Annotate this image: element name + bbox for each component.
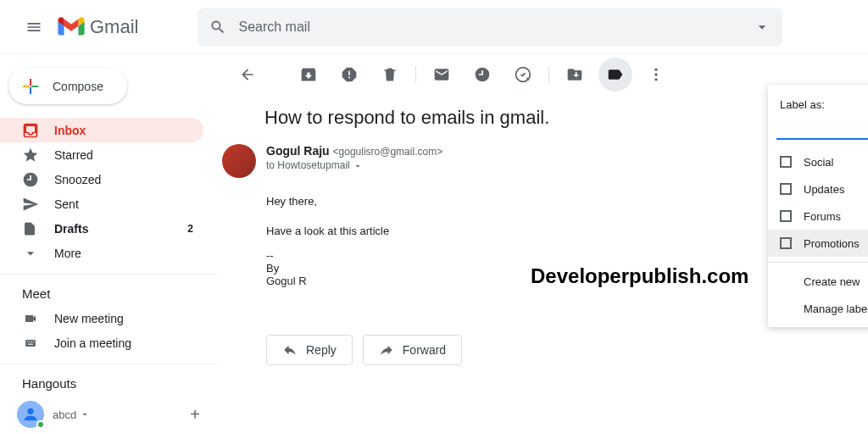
new-meeting-button[interactable]: New meeting: [0, 306, 203, 330]
video-icon: [22, 312, 39, 325]
reply-actions: Reply Forward: [266, 335, 834, 365]
svg-rect-2: [29, 341, 30, 341]
clock-icon: [474, 66, 491, 83]
search-icon: [209, 19, 226, 36]
spam-icon: [341, 66, 358, 83]
label-option-promotions[interactable]: Promotions: [768, 230, 868, 257]
nav-label: New meeting: [54, 312, 193, 325]
sender-email: <gogulisro@gmail.com>: [333, 146, 443, 158]
clock-icon: [22, 171, 39, 188]
report-spam-button[interactable]: [332, 58, 366, 92]
task-icon: [515, 66, 531, 83]
checkbox-icon: [780, 156, 792, 168]
svg-rect-1: [27, 341, 28, 341]
send-icon: [22, 196, 39, 213]
svg-point-6: [27, 408, 33, 414]
sidebar-item-snoozed[interactable]: Snoozed: [0, 167, 203, 192]
svg-rect-5: [28, 343, 33, 344]
main-pane: How to respond to emails in gmail. Gogul…: [217, 54, 868, 433]
more-button[interactable]: [639, 58, 673, 92]
star-icon: [22, 147, 39, 164]
back-arrow-icon: [239, 66, 256, 83]
email-subject: How to respond to emails in gmail.: [264, 107, 834, 129]
chevron-down-icon: [22, 245, 39, 262]
more-vert-icon: [648, 66, 665, 83]
toolbar-separator: [548, 66, 549, 83]
chevron-down-icon: [353, 161, 363, 171]
archive-button[interactable]: [292, 58, 326, 92]
compose-button[interactable]: Compose: [8, 68, 127, 104]
drafts-count: 2: [187, 223, 193, 235]
sidebar-item-sent[interactable]: Sent: [0, 192, 203, 216]
main-menu-button[interactable]: [14, 7, 54, 47]
mail-icon: [433, 66, 450, 83]
label-menu-title: Label as:: [768, 93, 868, 119]
message-header: Gogul Raju <gogulisro@gmail.com> to Howt…: [222, 144, 834, 178]
forward-button[interactable]: Forward: [363, 335, 462, 365]
reply-button[interactable]: Reply: [266, 335, 353, 365]
meet-section-title: Meet: [0, 274, 217, 306]
sidebar-item-more[interactable]: More: [0, 241, 203, 265]
forward-icon: [379, 342, 394, 358]
nav-label: Join a meeting: [54, 336, 193, 350]
app-header: Gmail: [0, 0, 868, 54]
toolbar-separator: [415, 66, 416, 83]
sender-line: Gogul Raju <gogulisro@gmail.com>: [266, 144, 442, 158]
reply-icon: [282, 342, 298, 358]
sender-avatar[interactable]: [222, 144, 256, 178]
nav-label: Sent: [54, 197, 193, 211]
create-new-label[interactable]: Create new: [768, 268, 868, 295]
svg-point-8: [654, 69, 657, 71]
add-contact-button[interactable]: +: [190, 405, 200, 425]
svg-point-9: [654, 73, 657, 75]
sidebar: Compose Inbox Starred Snoozed Sent Draft…: [0, 54, 217, 433]
gmail-logo[interactable]: Gmail: [58, 16, 138, 38]
delete-button[interactable]: [373, 58, 407, 92]
folder-move-icon: [566, 66, 583, 83]
label-option-updates[interactable]: Updates: [768, 175, 868, 203]
hangouts-section-title: Hangouts: [0, 364, 217, 396]
manage-labels[interactable]: Manage labels: [768, 295, 868, 322]
hangouts-username: abcd: [53, 408, 76, 421]
label-menu: Label as: Social Updates Forums Promotio…: [768, 85, 868, 327]
nav-label: Drafts: [54, 222, 187, 236]
search-options-button[interactable]: [754, 19, 771, 36]
svg-rect-3: [31, 341, 32, 341]
back-button[interactable]: [231, 58, 264, 92]
labels-button[interactable]: [598, 58, 632, 92]
inbox-icon: [22, 122, 39, 139]
keyboard-icon: [22, 337, 39, 349]
hangouts-user-row[interactable]: abcd +: [0, 396, 217, 433]
label-icon: [607, 66, 624, 83]
recipient-line[interactable]: to Howtosetupmail: [266, 159, 442, 171]
svg-rect-0: [25, 339, 36, 346]
archive-icon: [300, 66, 317, 83]
label-search-input[interactable]: [776, 122, 868, 135]
hamburger-icon: [25, 19, 42, 36]
snooze-button[interactable]: [465, 58, 499, 92]
search-input[interactable]: [238, 19, 754, 35]
gmail-logo-text: Gmail: [90, 16, 138, 38]
search-bar[interactable]: [198, 8, 782, 47]
label-search[interactable]: [776, 119, 868, 140]
checkbox-icon: [780, 183, 792, 195]
add-to-tasks-button[interactable]: [506, 58, 540, 92]
nav-label: More: [54, 247, 193, 260]
watermark-text: Developerpublish.com: [531, 264, 748, 288]
join-meeting-button[interactable]: Join a meeting: [0, 330, 203, 355]
svg-point-10: [654, 78, 657, 80]
sidebar-item-drafts[interactable]: Drafts 2: [0, 216, 203, 241]
sidebar-item-inbox[interactable]: Inbox: [0, 118, 203, 142]
nav-label: Inbox: [54, 124, 193, 137]
nav-label: Snoozed: [54, 173, 193, 186]
label-option-forums[interactable]: Forums: [768, 203, 868, 230]
label-option-social[interactable]: Social: [768, 148, 868, 175]
trash-icon: [381, 66, 398, 83]
move-to-button[interactable]: [558, 58, 592, 92]
mark-unread-button[interactable]: [425, 58, 459, 92]
file-icon: [22, 220, 39, 237]
sidebar-item-starred[interactable]: Starred: [0, 142, 203, 167]
email-body: Hey there, Have a look at this article: [266, 193, 834, 241]
sender-name: Gogul Raju: [266, 144, 330, 158]
nav-label: Starred: [54, 148, 193, 162]
